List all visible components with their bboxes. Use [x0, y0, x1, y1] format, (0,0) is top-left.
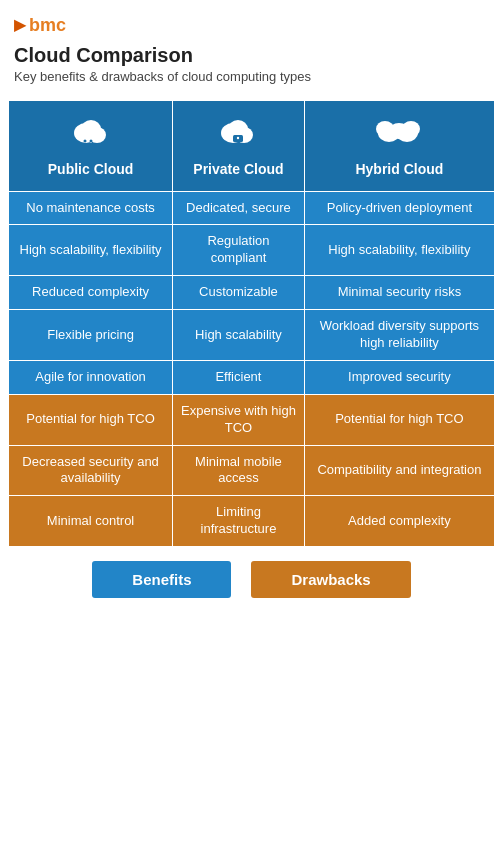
legend: Benefits Drawbacks [0, 547, 503, 610]
svg-point-2 [81, 120, 101, 138]
table-cell: High scalability, flexibility [9, 225, 173, 276]
table-cell: Limiting infrastructure [173, 496, 305, 547]
table-cell: High scalability, flexibility [304, 225, 494, 276]
logo-text: bmc [29, 15, 66, 36]
table-cell: Minimal security risks [304, 276, 494, 310]
table-row: Agile for innovationEfficientImproved se… [9, 360, 495, 394]
table-cell: Efficient [173, 360, 305, 394]
table-cell: Potential for high TCO [304, 394, 494, 445]
table-row: Flexible pricingHigh scalabilityWorkload… [9, 310, 495, 361]
hybrid-cloud-icon [310, 113, 489, 154]
table-cell: Customizable [173, 276, 305, 310]
table-cell: Decreased security and availability [9, 445, 173, 496]
table-row: Minimal controlLimiting infrastructureAd… [9, 496, 495, 547]
table-cell: Improved security [304, 360, 494, 394]
table-cell: Minimal control [9, 496, 173, 547]
table-cell: Regulation compliant [173, 225, 305, 276]
table-cell: Expensive with high TCO [173, 394, 305, 445]
col-public-label: Public Cloud [48, 161, 134, 177]
table-cell: Policy-driven deployment [304, 191, 494, 225]
table-cell: High scalability [173, 310, 305, 361]
page-title: Cloud Comparison [14, 44, 489, 67]
col-public: Public Cloud [9, 101, 173, 192]
public-cloud-icon [14, 113, 167, 154]
benefits-button[interactable]: Benefits [92, 561, 231, 598]
drawbacks-button[interactable]: Drawbacks [251, 561, 410, 598]
table-cell: Dedicated, secure [173, 191, 305, 225]
svg-point-7 [89, 140, 92, 143]
col-private: Private Cloud [173, 101, 305, 192]
col-private-label: Private Cloud [193, 161, 283, 177]
table-row: Decreased security and availabilityMinim… [9, 445, 495, 496]
col-hybrid: Hybrid Cloud [304, 101, 494, 192]
comparison-table: Public Cloud Privat [8, 100, 495, 547]
table-cell: Flexible pricing [9, 310, 173, 361]
table-cell: Potential for high TCO [9, 394, 173, 445]
table-cell: Added complexity [304, 496, 494, 547]
table-row: Potential for high TCOExpensive with hig… [9, 394, 495, 445]
table-row: Reduced complexityCustomizableMinimal se… [9, 276, 495, 310]
page-subtitle: Key benefits & drawbacks of cloud comput… [14, 69, 489, 84]
table-row: High scalability, flexibilityRegulation … [9, 225, 495, 276]
table-header-row: Public Cloud Privat [9, 101, 495, 192]
table-cell: Reduced complexity [9, 276, 173, 310]
table-row: No maintenance costsDedicated, securePol… [9, 191, 495, 225]
logo-icon: ▸ [14, 12, 25, 38]
table-cell: No maintenance costs [9, 191, 173, 225]
logo: ▸ bmc [14, 12, 489, 38]
table-cell: Agile for innovation [9, 360, 173, 394]
svg-point-12 [237, 137, 239, 139]
comparison-table-wrapper: Public Cloud Privat [0, 100, 503, 547]
svg-point-17 [389, 123, 409, 139]
table-cell: Minimal mobile access [173, 445, 305, 496]
svg-point-6 [83, 140, 86, 143]
page-header: ▸ bmc Cloud Comparison Key benefits & dr… [0, 0, 503, 100]
table-cell: Workload diversity supports high reliabi… [304, 310, 494, 361]
col-hybrid-label: Hybrid Cloud [355, 161, 443, 177]
table-cell: Compatibility and integration [304, 445, 494, 496]
private-cloud-icon [178, 113, 299, 154]
